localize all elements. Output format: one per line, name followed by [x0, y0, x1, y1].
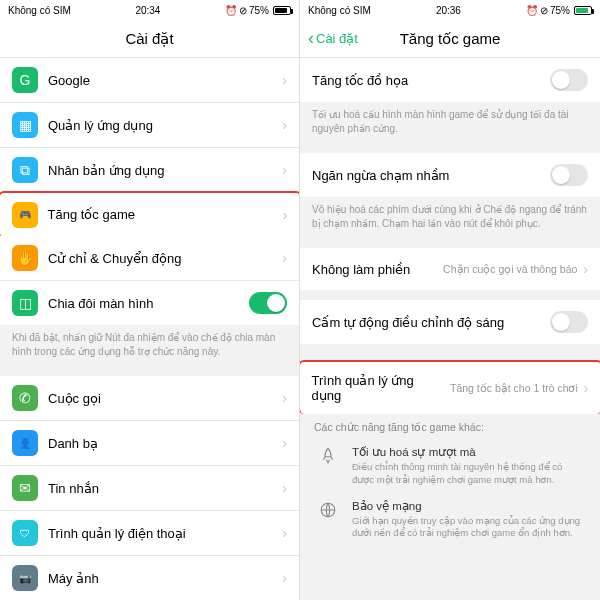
row-label: Cấm tự động điều chỉnh độ sáng — [312, 315, 550, 330]
clock: 20:34 — [135, 5, 160, 16]
rocket-icon — [314, 445, 342, 465]
page-title: Cài đặt — [125, 30, 173, 48]
row-label: Danh bạ — [48, 436, 276, 451]
chevron-right-icon: › — [584, 380, 589, 396]
toggle[interactable] — [550, 69, 588, 91]
chevron-right-icon: › — [282, 525, 287, 541]
feature-desc: Giới hạn quyền truy cập vào mạng của các… — [352, 515, 586, 541]
header: ‹ Cài đặt Tăng tốc game — [300, 20, 600, 58]
row-label: Tăng tốc đồ họa — [312, 73, 550, 88]
alarm-icon: ⏰ — [225, 5, 237, 16]
brightness-row[interactable]: Cấm tự động điều chỉnh độ sáng — [300, 300, 600, 344]
sim-status: Không có SIM — [8, 5, 71, 16]
status-bar: Không có SIM 20:36 ⏰ ⊘ 75% — [300, 0, 600, 20]
row-label: Máy ảnh — [48, 571, 276, 586]
row-label: Chia đôi màn hình — [48, 296, 249, 311]
battery-text: 75% — [249, 5, 269, 16]
feature-network: Bảo vệ mạng Giới hạn quyền truy cập vào … — [314, 499, 586, 541]
app-icon: ✆ — [12, 385, 38, 411]
split-screen-note: Khi đã bật, nhấn giữ Nút đa nhiệm để vào… — [0, 325, 299, 366]
app-icon: ✋ — [12, 245, 38, 271]
row-label: Quản lý ứng dụng — [48, 118, 276, 133]
chevron-right-icon: › — [282, 570, 287, 586]
row-label: Cuộc gọi — [48, 391, 276, 406]
chevron-right-icon: › — [282, 162, 287, 178]
header: Cài đặt — [0, 20, 299, 58]
toggle[interactable] — [550, 311, 588, 333]
toggle[interactable] — [550, 164, 588, 186]
left-phone: Không có SIM 20:34 ⏰ ⊘ 75% Cài đặt GGoog… — [0, 0, 300, 600]
app-icon: ⧉ — [12, 157, 38, 183]
battery-text: 75% — [550, 5, 570, 16]
list-item[interactable]: ✋Cử chỉ & Chuyển động› — [0, 236, 299, 281]
graphics-boost-row[interactable]: Tăng tốc đồ họa — [300, 58, 600, 102]
alarm-icon: ⏰ — [526, 5, 538, 16]
row-sub: Chặn cuộc gọi và thông báo — [443, 263, 577, 275]
row-label: Tăng tốc game — [48, 207, 277, 222]
page-title: Tăng tốc game — [400, 30, 501, 48]
list-item[interactable]: 🛡Trình quản lý điện thoại› — [0, 511, 299, 556]
row-label: Google — [48, 73, 276, 88]
feature-smooth: Tối ưu hoá sự mượt mà Điều chỉnh thông m… — [314, 445, 586, 487]
row-label: Trình quản lý ứng dụng — [312, 373, 447, 403]
chevron-left-icon: ‹ — [308, 28, 314, 49]
list-item[interactable]: GGoogle› — [0, 58, 299, 103]
app-icon: G — [12, 67, 38, 93]
toggle[interactable] — [249, 292, 287, 314]
chevron-right-icon: › — [282, 480, 287, 496]
game-boost-settings: Tăng tốc đồ họa Tối ưu hoá cấu hình màn … — [300, 58, 600, 600]
chevron-right-icon: › — [583, 261, 588, 277]
row-label: Không làm phiền — [312, 262, 439, 277]
dnd-icon: ⊘ — [540, 5, 548, 16]
dnd-icon: ⊘ — [239, 5, 247, 16]
app-icon: ▦ — [12, 112, 38, 138]
app-icon: 👤 — [12, 430, 38, 456]
row-label: Cử chỉ & Chuyển động — [48, 251, 276, 266]
feature-label: Tối ưu hoá sự mượt mà — [352, 445, 586, 459]
app-manager-row[interactable]: Trình quản lý ứng dụng Tăng tốc bật cho … — [300, 360, 600, 414]
chevron-right-icon: › — [282, 72, 287, 88]
dnd-row[interactable]: Không làm phiền Chặn cuộc gọi và thông b… — [300, 248, 600, 290]
row-label: Nhân bản ứng dụng — [48, 163, 276, 178]
back-button[interactable]: ‹ Cài đặt — [308, 28, 358, 49]
list-item[interactable]: ◫Chia đôi màn hình — [0, 281, 299, 325]
list-item[interactable]: 📷Máy ảnh› — [0, 556, 299, 600]
list-item[interactable]: ⧉Nhân bản ứng dụng› — [0, 148, 299, 193]
clock: 20:36 — [436, 5, 461, 16]
chevron-right-icon: › — [282, 250, 287, 266]
row-label: Ngăn ngừa chạm nhầm — [312, 168, 550, 183]
app-icon: 🛡 — [12, 520, 38, 546]
right-phone: Không có SIM 20:36 ⏰ ⊘ 75% ‹ Cài đặt Tăn… — [300, 0, 600, 600]
chevron-right-icon: › — [282, 390, 287, 406]
graphics-boost-desc: Tối ưu hoá cấu hình màn hình game để sử … — [300, 102, 600, 143]
app-icon: ✉ — [12, 475, 38, 501]
list-item[interactable]: ▦Quản lý ứng dụng› — [0, 103, 299, 148]
status-bar: Không có SIM 20:34 ⏰ ⊘ 75% — [0, 0, 299, 20]
row-label: Tin nhắn — [48, 481, 276, 496]
list-item[interactable]: ✉Tin nhắn› — [0, 466, 299, 511]
row-label: Trình quản lý điện thoại — [48, 526, 276, 541]
chevron-right-icon: › — [282, 435, 287, 451]
sim-status: Không có SIM — [308, 5, 371, 16]
chevron-right-icon: › — [282, 117, 287, 133]
row-sub: Tăng tốc bật cho 1 trò chơi — [450, 382, 578, 394]
app-icon: 📷 — [12, 565, 38, 591]
chevron-right-icon: › — [283, 207, 288, 223]
list-item[interactable]: ✆Cuộc gọi› — [0, 376, 299, 421]
app-icon: ◫ — [12, 290, 38, 316]
list-item[interactable]: 👤Danh bạ› — [0, 421, 299, 466]
other-features: Các chức năng tăng tốc game khác: Tối ưu… — [300, 411, 600, 562]
app-icon: 🎮 — [12, 202, 38, 228]
feature-desc: Điều chỉnh thông minh tài nguyên hệ thốn… — [352, 461, 586, 487]
mistouch-desc: Vô hiệu hoá các phím dưới cùng khi ở Chế… — [300, 197, 600, 238]
feature-label: Bảo vệ mạng — [352, 499, 586, 513]
back-label: Cài đặt — [316, 31, 358, 46]
battery-icon — [273, 6, 291, 15]
list-item[interactable]: 🎮Tăng tốc game› — [0, 191, 299, 239]
settings-list: GGoogle›▦Quản lý ứng dụng›⧉Nhân bản ứng … — [0, 58, 299, 600]
battery-icon — [574, 6, 592, 15]
globe-icon — [314, 499, 342, 519]
features-heading: Các chức năng tăng tốc game khác: — [314, 421, 586, 433]
mistouch-row[interactable]: Ngăn ngừa chạm nhầm — [300, 153, 600, 197]
